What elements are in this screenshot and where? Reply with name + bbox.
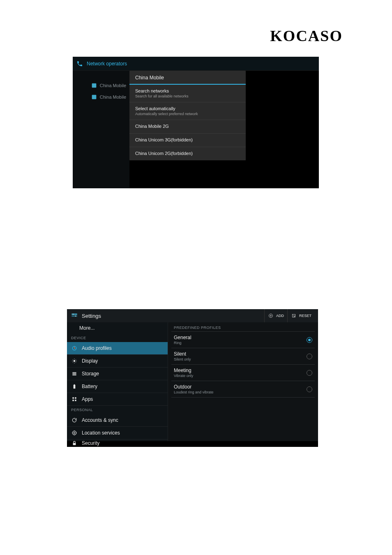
network-operators-title: Network operators — [87, 61, 127, 67]
svg-rect-24 — [74, 384, 75, 385]
svg-line-18 — [73, 362, 73, 363]
profile-primary: General — [174, 335, 307, 340]
audio-profiles-icon — [71, 345, 78, 352]
network-panel: China Mobile Search networks Search for … — [129, 71, 246, 160]
item-primary: China Mobile 2G — [135, 124, 240, 129]
predefined-profiles-section: PREDEFINED PROFILES — [171, 322, 315, 332]
radio-unselected[interactable] — [307, 354, 312, 359]
sidebar-item-label: Location services — [82, 430, 120, 436]
sim-item[interactable]: China Mobile — [73, 80, 129, 91]
phone-icon — [76, 60, 83, 67]
profile-meeting[interactable]: Meeting Vibrate only — [171, 365, 315, 381]
search-networks-item[interactable]: Search networks Search for all available… — [129, 85, 246, 102]
location-icon — [71, 430, 78, 436]
add-button[interactable]: ADD — [264, 309, 287, 322]
svg-line-16 — [73, 359, 73, 360]
sim-label: China Mobile — [100, 95, 126, 99]
svg-rect-28 — [75, 400, 76, 401]
profile-secondary: Loudest ring and vibrate — [174, 390, 307, 394]
network-operators-screenshot: Network operators China Mobile China Mob… — [73, 57, 319, 188]
sidebar-item-audio-profiles[interactable]: Audio profiles — [67, 342, 168, 355]
sidebar-item-label: Accounts & sync — [82, 417, 118, 423]
svg-rect-2 — [71, 314, 77, 315]
item-primary: China Unicom 2G(forbidden) — [135, 151, 240, 156]
svg-rect-23 — [74, 385, 76, 388]
profiles-panel: PREDEFINED PROFILES General Ring Silent … — [168, 322, 318, 441]
display-icon — [71, 358, 78, 364]
settings-screenshot: Settings ADD RESET More... DEVICE Audio — [67, 309, 318, 447]
svg-point-4 — [73, 314, 74, 314]
sidebar-item-label: Apps — [82, 396, 93, 402]
svg-point-30 — [72, 431, 76, 435]
network-result-item[interactable]: China Unicom 2G(forbidden) — [129, 147, 246, 160]
radio-selected[interactable] — [307, 337, 312, 343]
network-operators-header: Network operators — [73, 57, 319, 71]
sim-item[interactable]: China Mobile — [73, 91, 129, 103]
profile-general[interactable]: General Ring — [171, 332, 315, 348]
svg-point-5 — [75, 316, 76, 317]
settings-sidebar: More... DEVICE Audio profiles Display St… — [67, 322, 168, 441]
sidebar-item-accounts-sync[interactable]: Accounts & sync — [67, 414, 168, 427]
reset-label: RESET — [299, 314, 311, 318]
settings-header: Settings ADD RESET — [67, 309, 318, 322]
svg-rect-20 — [72, 372, 76, 373]
sim-list: China Mobile China Mobile — [73, 71, 129, 188]
sync-icon — [71, 417, 78, 423]
sidebar-item-apps[interactable]: Apps — [67, 393, 168, 406]
add-label: ADD — [276, 314, 284, 318]
item-primary: Search networks — [135, 88, 240, 93]
item-secondary: Search for all available networks — [135, 94, 240, 98]
sidebar-section-personal: PERSONAL — [67, 406, 168, 414]
sidebar-item-label: Security — [82, 440, 99, 446]
sidebar-item-label: More... — [79, 325, 95, 331]
profile-secondary: Vibrate only — [174, 374, 307, 378]
network-panel-title: China Mobile — [129, 71, 246, 85]
settings-title: Settings — [82, 313, 264, 319]
profile-primary: Meeting — [174, 368, 307, 373]
reset-icon — [291, 313, 297, 319]
profile-primary: Silent — [174, 351, 307, 357]
svg-rect-0 — [92, 83, 96, 88]
battery-icon — [71, 383, 78, 390]
svg-rect-26 — [75, 397, 76, 399]
item-primary: China Unicom 3G(forbidden) — [135, 137, 240, 142]
network-result-item[interactable]: China Unicom 3G(forbidden) — [129, 134, 246, 147]
svg-rect-27 — [72, 400, 74, 401]
sidebar-item-label: Display — [82, 358, 98, 364]
brand-logo: KOCASO — [270, 27, 343, 45]
svg-line-17 — [76, 362, 76, 363]
svg-rect-1 — [92, 95, 96, 99]
sidebar-section-device: DEVICE — [67, 334, 168, 342]
svg-rect-21 — [72, 373, 76, 374]
select-automatically-item[interactable]: Select automatically Automatically selec… — [129, 102, 246, 120]
sidebar-item-location-services[interactable]: Location services — [67, 427, 168, 439]
sidebar-item-more[interactable]: More... — [67, 322, 168, 334]
profile-secondary: Ring — [174, 341, 307, 345]
profile-outdoor[interactable]: Outdoor Loudest ring and vibrate — [171, 381, 315, 398]
sidebar-item-label: Battery — [82, 384, 97, 389]
settings-icon — [70, 312, 78, 320]
reset-button[interactable]: RESET — [287, 309, 315, 322]
svg-point-29 — [74, 432, 75, 434]
network-result-item[interactable]: China Mobile 2G — [129, 120, 246, 134]
apps-icon — [71, 396, 78, 402]
radio-unselected[interactable] — [307, 386, 312, 392]
sidebar-item-storage[interactable]: Storage — [67, 368, 168, 380]
svg-rect-22 — [72, 375, 76, 375]
profile-silent[interactable]: Silent Silent only — [171, 348, 315, 365]
storage-icon — [71, 370, 78, 377]
svg-rect-3 — [71, 315, 77, 317]
sidebar-item-security[interactable]: Security — [67, 439, 168, 447]
sim-label: China Mobile — [100, 83, 126, 88]
lock-icon — [71, 440, 78, 446]
radio-unselected[interactable] — [307, 370, 312, 376]
svg-line-19 — [76, 359, 76, 360]
svg-rect-25 — [72, 397, 74, 399]
svg-rect-35 — [73, 443, 76, 445]
sim-icon — [91, 82, 97, 89]
sidebar-item-label: Audio profiles — [82, 345, 112, 351]
sidebar-item-display[interactable]: Display — [67, 355, 168, 368]
sidebar-item-battery[interactable]: Battery — [67, 380, 168, 393]
profile-primary: Outdoor — [174, 384, 307, 390]
sidebar-item-label: Storage — [82, 371, 99, 377]
